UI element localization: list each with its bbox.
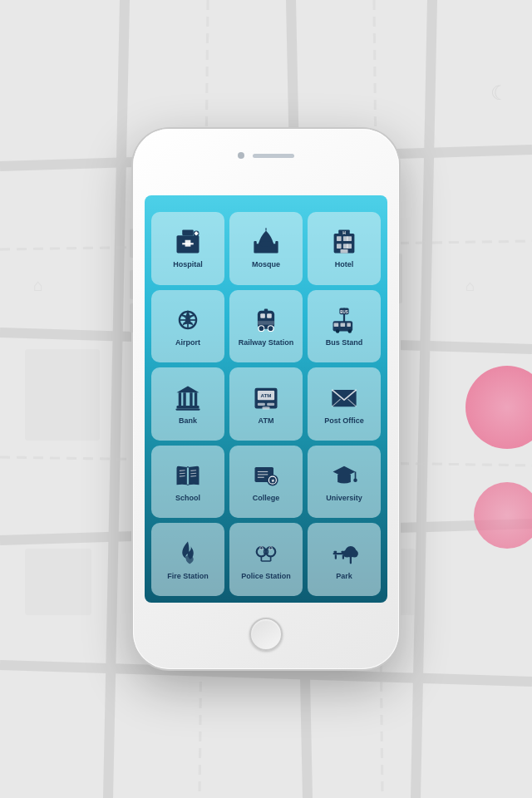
svg-rect-21 <box>182 230 194 236</box>
svg-rect-35 <box>347 237 352 242</box>
svg-rect-108 <box>335 554 337 559</box>
grid-item-university[interactable]: University <box>308 446 381 519</box>
svg-point-115 <box>351 549 358 557</box>
mosque-label: Mosque <box>252 260 280 269</box>
university-icon <box>329 461 359 490</box>
svg-point-97 <box>353 479 357 483</box>
svg-point-28 <box>259 241 273 247</box>
grid-item-bus-stand[interactable]: BUS Bus Stand <box>308 290 381 363</box>
svg-rect-68 <box>195 392 197 406</box>
grid-item-park[interactable]: Park <box>308 523 381 596</box>
bank-icon <box>173 383 203 413</box>
svg-point-63 <box>348 329 352 333</box>
fire-icon <box>173 539 203 569</box>
grid-item-railway-station[interactable]: Railway Station <box>229 290 303 363</box>
svg-rect-76 <box>263 406 270 409</box>
svg-rect-65 <box>179 392 181 406</box>
svg-line-82 <box>180 470 185 471</box>
speaker-slot <box>253 154 294 158</box>
svg-rect-23 <box>182 244 194 245</box>
grid-item-bank[interactable]: Bank <box>151 367 224 441</box>
police-station-label: Police Station <box>241 572 291 581</box>
university-label: University <box>326 494 362 503</box>
svg-rect-31 <box>275 241 278 254</box>
svg-rect-36 <box>337 244 342 249</box>
svg-rect-48 <box>260 313 265 318</box>
svg-rect-30 <box>254 241 256 254</box>
svg-point-62 <box>336 329 340 333</box>
svg-rect-61 <box>347 323 351 327</box>
bus-stand-label: Bus Stand <box>326 338 363 347</box>
atm-icon: ATM <box>251 383 281 413</box>
svg-line-83 <box>180 473 185 474</box>
svg-point-114 <box>343 549 351 557</box>
grid-item-atm[interactable]: ATM ATM <box>229 367 303 441</box>
grid-item-post-office[interactable]: Post Office <box>308 367 381 441</box>
svg-text:⌂: ⌂ <box>33 276 43 294</box>
svg-rect-110 <box>334 550 337 553</box>
svg-line-86 <box>190 473 196 474</box>
svg-point-51 <box>259 326 264 332</box>
park-label: Park <box>336 572 352 581</box>
hotel-icon: H <box>329 227 359 257</box>
grid-item-hotel[interactable]: H Hotel <box>308 212 381 285</box>
grid-item-college[interactable]: ★ College <box>229 446 303 519</box>
hospital-icon <box>173 227 203 257</box>
svg-line-85 <box>190 470 196 471</box>
home-button[interactable] <box>249 618 283 651</box>
grid-item-mosque[interactable]: Mosque <box>229 212 303 285</box>
svg-text:☾: ☾ <box>490 81 509 104</box>
svg-rect-14 <box>25 349 100 441</box>
airport-label: Airport <box>175 338 200 347</box>
fire-station-label: Fire Station <box>167 572 209 581</box>
atm-label: ATM <box>259 416 274 426</box>
svg-point-52 <box>268 326 273 332</box>
svg-rect-70 <box>175 408 200 410</box>
park-icon <box>329 539 359 569</box>
svg-rect-26 <box>195 233 199 234</box>
college-icon: ★ <box>251 461 281 490</box>
svg-line-84 <box>180 476 185 477</box>
phone-screen: Hospital Mosque <box>145 195 387 603</box>
svg-rect-74 <box>258 402 265 405</box>
phone-shell: Hospital Mosque <box>133 129 399 669</box>
phone-device: Hospital Mosque <box>133 129 399 669</box>
grid-item-police-station[interactable]: Police Station <box>229 523 303 596</box>
svg-line-4 <box>108 0 125 798</box>
svg-text:ATM: ATM <box>261 392 272 397</box>
railway-station-label: Railway Station <box>239 338 294 347</box>
grid-item-hospital[interactable]: Hospital <box>151 212 224 285</box>
svg-point-105 <box>260 546 263 549</box>
svg-line-87 <box>190 476 196 477</box>
svg-rect-50 <box>258 321 274 325</box>
grid-item-airport[interactable]: Airport <box>151 290 224 363</box>
airport-icon <box>173 305 203 335</box>
svg-rect-49 <box>267 313 272 318</box>
grid-item-school[interactable]: School <box>151 446 224 519</box>
camera-dot <box>238 152 244 159</box>
svg-rect-54 <box>264 308 268 313</box>
post-office-label: Post Office <box>324 416 364 426</box>
svg-rect-69 <box>177 406 200 408</box>
envelope-icon <box>329 383 359 413</box>
app-grid: Hospital Mosque <box>151 212 381 596</box>
svg-rect-59 <box>334 323 339 327</box>
svg-marker-64 <box>177 386 200 392</box>
svg-rect-38 <box>347 244 352 249</box>
school-icon <box>173 461 203 490</box>
svg-point-106 <box>269 546 272 549</box>
svg-text:H: H <box>342 230 346 235</box>
decorative-circle-2 <box>474 482 532 549</box>
svg-text:⌂: ⌂ <box>466 278 475 294</box>
grid-item-fire-station[interactable]: Fire Station <box>151 523 224 596</box>
svg-rect-15 <box>25 549 91 615</box>
svg-text:BUS: BUS <box>340 310 348 314</box>
police-icon <box>251 539 281 569</box>
svg-rect-60 <box>341 323 346 327</box>
hospital-label: Hospital <box>173 260 203 269</box>
mosque-icon <box>251 227 281 257</box>
phone-top-bar <box>238 152 294 159</box>
svg-rect-33 <box>337 237 342 242</box>
svg-rect-75 <box>267 402 274 405</box>
svg-rect-39 <box>341 249 348 254</box>
